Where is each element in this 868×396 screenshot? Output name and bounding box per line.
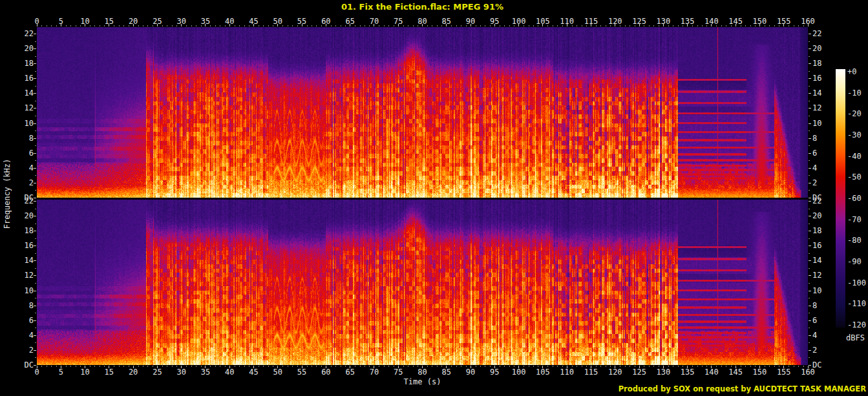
x-tick-label: 45	[242, 368, 266, 377]
tick-mark-minor	[288, 25, 288, 26]
tick-mark	[809, 245, 811, 246]
tick-mark-minor	[297, 366, 298, 367]
tick-mark	[302, 366, 302, 368]
tick-mark-minor	[620, 25, 620, 26]
tick-mark	[133, 366, 134, 368]
tick-mark-minor	[529, 25, 529, 26]
tick-mark-minor	[263, 366, 264, 367]
tick-mark-minor	[76, 25, 76, 26]
tick-mark-minor	[66, 25, 67, 26]
tick-mark-minor	[35, 357, 36, 358]
tick-mark-minor	[143, 25, 143, 26]
y-tick-label: 12	[812, 271, 834, 280]
tick-mark-minor	[35, 190, 36, 191]
tick-mark	[809, 153, 811, 154]
tick-mark	[157, 366, 158, 368]
tick-mark-minor	[553, 25, 553, 26]
tick-mark-minor	[798, 25, 799, 26]
y-tick-label: 18	[13, 226, 34, 235]
y-tick-label: 2	[13, 178, 34, 187]
tick-mark	[109, 366, 109, 368]
tick-mark	[663, 24, 664, 26]
tick-mark-minor	[244, 366, 245, 367]
tick-mark-minor	[606, 25, 606, 26]
tick-mark-minor	[653, 25, 654, 26]
tick-mark	[34, 245, 36, 246]
tick-mark-minor	[220, 25, 220, 26]
y-tick-label: DC	[812, 360, 834, 370]
tick-mark	[542, 366, 543, 368]
tick-mark-minor	[789, 366, 789, 367]
x-tick-label: 35	[194, 368, 217, 377]
tick-mark-minor	[809, 41, 810, 42]
tick-mark-minor	[176, 25, 177, 26]
tick-mark-minor	[625, 25, 626, 26]
tick-mark-minor	[461, 25, 461, 26]
tick-mark-minor	[413, 366, 414, 367]
tick-mark-minor	[630, 366, 630, 367]
y-tick-label: 18	[812, 226, 834, 235]
tick-mark-minor	[721, 25, 722, 26]
tick-mark	[34, 63, 36, 64]
tick-mark	[567, 24, 567, 26]
tick-mark-minor	[630, 25, 630, 26]
tick-mark-minor	[215, 25, 216, 26]
tick-mark-minor	[809, 209, 810, 209]
tick-mark-minor	[779, 25, 779, 26]
tick-mark	[809, 306, 811, 306]
tick-mark-minor	[798, 366, 799, 367]
tick-mark-minor	[355, 366, 355, 367]
tick-mark	[34, 78, 36, 79]
tick-mark-minor	[504, 25, 505, 26]
tick-mark-minor	[360, 25, 361, 26]
tick-mark-minor	[263, 25, 264, 26]
tick-mark-minor	[341, 366, 341, 367]
tick-mark	[109, 24, 109, 26]
tick-mark-minor	[765, 25, 765, 26]
y-axis-title: Frequency (kHz)	[3, 103, 13, 284]
tick-mark-minor	[692, 25, 693, 26]
tick-mark-minor	[706, 366, 707, 367]
x-tick-label: 135	[676, 368, 699, 377]
colorbar-tick-label: -50	[847, 172, 868, 182]
tick-mark-minor	[35, 101, 36, 101]
tick-mark-minor	[432, 366, 432, 367]
tick-mark-minor	[653, 366, 654, 367]
tick-mark-minor	[239, 366, 240, 367]
tick-mark	[809, 168, 811, 169]
tick-mark-minor	[249, 25, 249, 26]
tick-mark	[229, 366, 230, 368]
tick-mark-minor	[456, 25, 457, 26]
tick-mark-minor	[562, 366, 563, 367]
y-tick-label: 6	[812, 316, 834, 325]
tick-mark-minor	[307, 366, 308, 367]
y-tick-label: 8	[13, 301, 34, 310]
tick-mark	[736, 366, 736, 368]
tick-mark-minor	[138, 366, 139, 367]
tick-mark	[398, 366, 399, 368]
tick-mark-minor	[702, 25, 703, 26]
tick-mark	[615, 24, 615, 26]
tick-mark	[639, 366, 640, 368]
x-tick-label: 145	[724, 368, 747, 377]
tick-mark-minor	[500, 25, 500, 26]
tick-mark-minor	[312, 366, 312, 367]
tick-mark-minor	[547, 366, 548, 367]
tick-mark	[181, 24, 182, 26]
tick-mark-minor	[509, 366, 510, 367]
x-tick-label: 155	[772, 368, 796, 377]
x-tick-label: 10	[74, 368, 97, 377]
tick-mark	[759, 24, 760, 26]
tick-mark-minor	[321, 25, 322, 26]
tick-mark-minor	[196, 366, 196, 367]
tick-mark-minor	[437, 366, 438, 367]
tick-mark-minor	[490, 25, 491, 26]
tick-mark-minor	[35, 268, 36, 269]
tick-mark-minor	[331, 366, 332, 367]
tick-mark-minor	[418, 25, 418, 26]
tick-mark-minor	[172, 25, 173, 26]
tick-mark-minor	[225, 366, 226, 367]
tick-mark-minor	[794, 25, 794, 26]
tick-mark-minor	[678, 366, 679, 367]
tick-mark-minor	[100, 25, 100, 26]
